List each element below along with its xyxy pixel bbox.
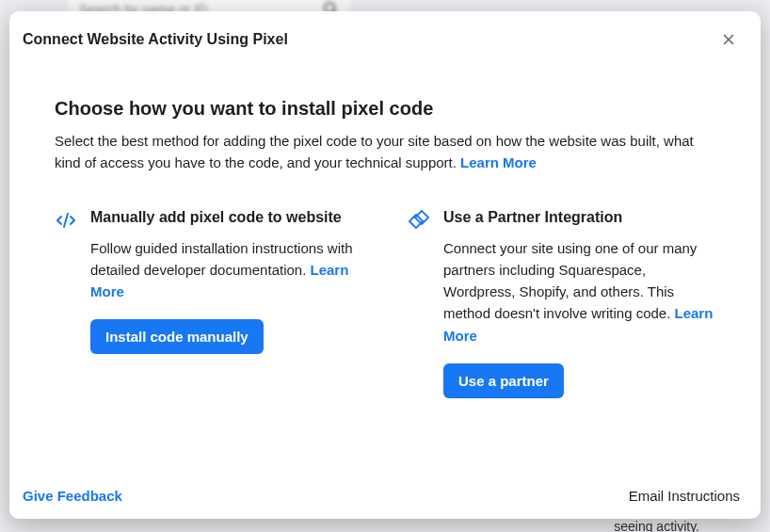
partner-icon — [408, 209, 430, 232]
option-partner: Use a Partner Integration Connect your s… — [408, 207, 715, 398]
close-icon — [720, 31, 737, 48]
option-manual-title: Manually add pixel code to website — [90, 207, 362, 228]
give-feedback-link[interactable]: Give Feedback — [23, 488, 122, 504]
close-button[interactable] — [715, 26, 742, 53]
option-partner-desc-text: Connect your site using one of our many … — [443, 240, 697, 322]
svg-line-4 — [64, 214, 68, 227]
modal-header: Connect Website Activity Using Pixel — [9, 11, 761, 60]
code-icon — [55, 209, 77, 232]
section-description: Select the best method for adding the pi… — [55, 131, 715, 173]
modal-footer: Give Feedback Email Instructions — [9, 476, 761, 519]
option-manual-content: Manually add pixel code to website Follo… — [90, 207, 362, 398]
install-manually-button[interactable]: Install code manually — [90, 319, 264, 354]
section-description-text: Select the best method for adding the pi… — [55, 133, 694, 170]
email-instructions-link[interactable]: Email Instructions — [629, 488, 740, 504]
option-manual-description: Follow guided installation instructions … — [90, 237, 362, 303]
backdrop-bottom-text: seeing activity. — [614, 519, 699, 532]
use-partner-button[interactable]: Use a partner — [443, 363, 564, 398]
option-partner-title: Use a Partner Integration — [443, 207, 715, 228]
section-heading: Choose how you want to install pixel cod… — [55, 98, 715, 120]
modal-title: Connect Website Activity Using Pixel — [23, 31, 288, 48]
option-partner-content: Use a Partner Integration Connect your s… — [443, 207, 715, 398]
pixel-setup-modal: Connect Website Activity Using Pixel Cho… — [9, 11, 761, 519]
learn-more-link[interactable]: Learn More — [460, 154, 537, 170]
install-options: Manually add pixel code to website Follo… — [55, 207, 715, 398]
option-partner-description: Connect your site using one of our many … — [443, 237, 715, 347]
modal-body: Choose how you want to install pixel cod… — [9, 60, 761, 476]
option-manual: Manually add pixel code to website Follo… — [55, 207, 362, 398]
